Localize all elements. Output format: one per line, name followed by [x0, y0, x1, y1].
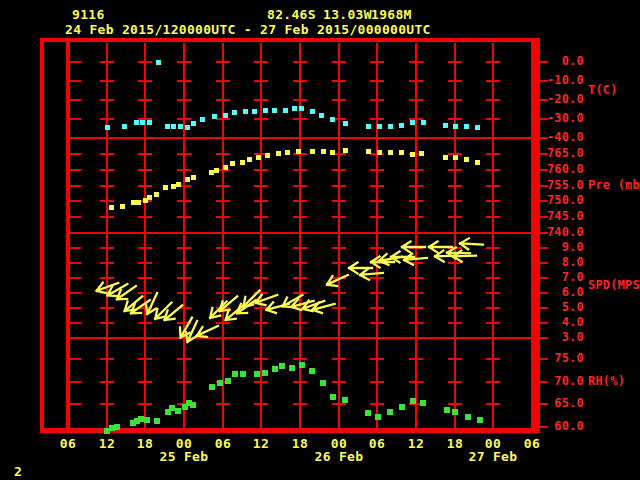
data-point-temperature — [191, 121, 196, 126]
x-axis-tick-label: 06 — [207, 437, 239, 450]
grid-cross — [332, 99, 346, 101]
data-point-pressure — [276, 151, 281, 156]
grid-cross — [100, 262, 114, 264]
data-point-pressure — [410, 152, 415, 157]
data-point-temperature — [399, 123, 404, 128]
axis-tick-left — [70, 381, 81, 383]
grid-cross — [293, 277, 307, 279]
data-point-humidity — [272, 366, 278, 372]
grid-cross — [100, 61, 114, 63]
grid-cross — [254, 80, 268, 82]
data-point-pressure — [185, 177, 190, 182]
grid-cross — [254, 99, 268, 101]
data-point-temperature — [200, 117, 205, 122]
x-axis-tick-label: 18 — [129, 437, 161, 450]
grid-cross — [448, 307, 462, 309]
y-axis-unit-label: Pre (mb) — [588, 179, 640, 191]
data-point-humidity — [232, 371, 238, 377]
data-point-temperature — [122, 124, 127, 129]
grid-cross — [293, 99, 307, 101]
grid-cross — [100, 216, 114, 218]
grid-cross — [448, 403, 462, 405]
grid-cross — [370, 307, 384, 309]
y-axis-tick-label: 755.0 — [524, 179, 584, 191]
grid-cross — [177, 216, 191, 218]
data-point-temperature — [366, 124, 371, 129]
axis-tick-left — [70, 403, 81, 405]
grid-cross — [448, 200, 462, 202]
data-point-temperature — [464, 124, 469, 129]
grid-cross — [177, 99, 191, 101]
grid-cross — [409, 99, 423, 101]
grid-cross — [409, 307, 423, 309]
grid-cross — [409, 61, 423, 63]
grid-cross — [448, 216, 462, 218]
y-axis-tick-label: -40.0 — [524, 131, 584, 143]
x-axis-tick-label: 18 — [284, 437, 316, 450]
data-point-pressure — [147, 195, 152, 200]
grid-cross — [409, 185, 423, 187]
data-point-temperature — [377, 124, 382, 129]
grid-cross — [332, 381, 346, 383]
grid-cross — [254, 61, 268, 63]
y-axis-tick-label: 750.0 — [524, 194, 584, 206]
grid-cross — [486, 277, 500, 279]
grid-cross — [216, 277, 230, 279]
data-point-humidity — [289, 365, 295, 371]
data-point-pressure — [120, 204, 125, 209]
grid-cross — [254, 247, 268, 249]
grid-cross — [138, 247, 152, 249]
grid-cross — [177, 169, 191, 171]
data-point-temperature — [105, 125, 110, 130]
axis-tick-left — [70, 262, 81, 264]
data-point-temperature — [443, 123, 448, 128]
grid-cross — [177, 80, 191, 82]
grid-cross — [216, 185, 230, 187]
data-point-humidity — [375, 414, 381, 420]
axis-tick-left — [70, 277, 81, 279]
grid-cross — [254, 277, 268, 279]
grid-cross — [177, 200, 191, 202]
data-point-temperature — [147, 120, 152, 125]
data-point-temperature — [263, 108, 268, 113]
axis-tick-left — [70, 118, 81, 120]
y-axis-tick-label: 0.0 — [524, 55, 584, 67]
y-axis-tick-label: 745.0 — [524, 210, 584, 222]
data-point-pressure — [475, 160, 480, 165]
axis-tick-left — [70, 185, 81, 187]
data-point-humidity — [154, 418, 160, 424]
data-point-pressure — [343, 148, 348, 153]
grid-cross — [448, 381, 462, 383]
grid-cross — [177, 277, 191, 279]
plot-frame-top — [40, 38, 540, 42]
data-point-temperature — [178, 124, 183, 129]
grid-cross — [409, 358, 423, 360]
data-point-humidity — [320, 380, 326, 386]
grid-cross — [138, 99, 152, 101]
grid-cross — [486, 169, 500, 171]
grid-cross — [448, 61, 462, 63]
data-point-pressure — [388, 150, 393, 155]
data-point-temperature — [343, 121, 348, 126]
grid-cross — [293, 169, 307, 171]
grid-cross — [100, 118, 114, 120]
data-point-temperature — [252, 109, 257, 114]
grid-cross — [100, 200, 114, 202]
grid-cross — [448, 80, 462, 82]
grid-cross — [293, 80, 307, 82]
grid-cross — [332, 403, 346, 405]
data-point-pressure — [176, 182, 181, 187]
grid-cross — [332, 216, 346, 218]
axis-tick-left — [70, 153, 81, 155]
y-axis-tick-label: -10.0 — [524, 74, 584, 86]
data-point-temperature — [134, 120, 139, 125]
data-point-humidity — [175, 408, 181, 414]
axis-tick-left — [70, 216, 81, 218]
grid-cross — [370, 403, 384, 405]
grid-cross — [138, 381, 152, 383]
data-point-pressure — [163, 185, 168, 190]
grid-cross — [409, 322, 423, 324]
grid-cross — [216, 262, 230, 264]
grid-cross — [370, 292, 384, 294]
grid-cross — [332, 80, 346, 82]
